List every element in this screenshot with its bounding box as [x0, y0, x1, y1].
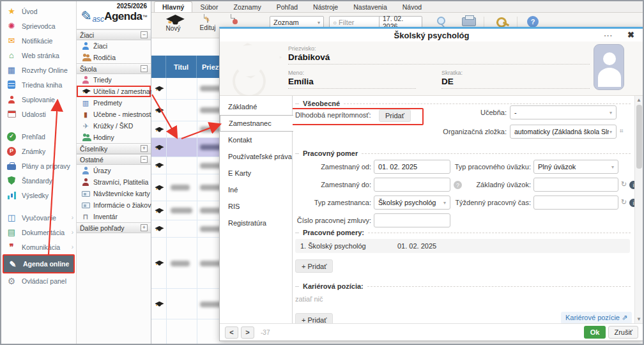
- tree-item-ucitelia-zamestnanci[interactable]: Učitelia / zamestnanci: [77, 86, 151, 97]
- sidebar-item-triedna-kniha[interactable]: Triedna kniha: [1, 77, 76, 92]
- sidebar-item-standardy[interactable]: Štandardy: [1, 173, 76, 188]
- org-detail-icon[interactable]: ⌗: [620, 127, 624, 135]
- tab-zamestnanec[interactable]: Zamestnanec: [220, 115, 293, 132]
- header-icon-col[interactable]: [151, 56, 166, 78]
- tab-kontakt[interactable]: Kontakt: [220, 132, 292, 148]
- sidebar-item-znamky[interactable]: PZnámky: [1, 144, 76, 158]
- expand-icon[interactable]: +: [141, 145, 148, 152]
- menu-nastavenia[interactable]: Nastavenia: [346, 1, 395, 12]
- tree-item-hodiny[interactable]: Hodiny: [77, 132, 151, 143]
- refresh-icon[interactable]: ↻: [621, 198, 627, 206]
- scroll-down-icon[interactable]: ▼: [635, 316, 643, 322]
- tree-item-rodicia[interactable]: Rodičia: [77, 52, 151, 63]
- collapse-icon[interactable]: −: [141, 31, 148, 38]
- scroll-thumb[interactable]: [636, 105, 642, 169]
- typ-zamestnanca-select[interactable]: Školský psychológ▾: [374, 195, 450, 210]
- collapse-icon[interactable]: −: [141, 156, 148, 163]
- tree-section-ciselniky[interactable]: Číselníky+: [77, 143, 151, 154]
- scroll-up-icon[interactable]: ▲: [635, 97, 643, 103]
- tab-ine[interactable]: Iné: [220, 181, 292, 198]
- agenda-tree-panel: 2025/2026 ✎ ascAgenda™ Žiaci− Žiaci Rodi…: [77, 1, 151, 344]
- ok-button[interactable]: Ok: [584, 326, 606, 339]
- org-zlozka-select[interactable]: automaticky (Základná škola Sln...▾: [510, 125, 617, 139]
- collapse-icon[interactable]: −: [141, 65, 148, 72]
- delete-button[interactable]: [220, 15, 249, 22]
- info-icon: i: [629, 181, 634, 189]
- tree-section-ostatne[interactable]: Ostatné−: [77, 154, 151, 165]
- tree-item-kruzky[interactable]: ✈Krúžky / ŠKD: [77, 120, 151, 132]
- zakladny-uvazok-input[interactable]: [533, 178, 618, 192]
- tree-item-inventar[interactable]: ⊓Inventár: [77, 211, 151, 222]
- new-button[interactable]: Nový: [159, 15, 187, 32]
- tab-zakladne[interactable]: Základné: [220, 98, 292, 115]
- tree-section-dalsie-pohlady[interactable]: Ďalšie pohľady+: [77, 222, 151, 233]
- sidebar-item-ovladaci-panel[interactable]: ⚙Ovládací panel: [1, 273, 76, 288]
- tree-item-navstevnicke-karty[interactable]: Návštevnícke karty: [77, 188, 151, 199]
- notebook-icon: ▥: [81, 99, 90, 107]
- prev-record-button[interactable]: <: [225, 326, 238, 339]
- avatar[interactable]: [594, 44, 624, 90]
- tab-e-karty[interactable]: E Karty: [220, 165, 292, 181]
- sidebar-item-sprievodca[interactable]: ✺Sprievodca: [1, 19, 76, 33]
- zamestnany-do-input[interactable]: [374, 178, 450, 192]
- menu-nastroje[interactable]: Nástroje: [305, 1, 346, 12]
- tree-item-triedy[interactable]: Triedy: [77, 74, 151, 86]
- menu-navod[interactable]: Návod: [395, 1, 429, 12]
- sidebar-item-prehlad[interactable]: ✓Prehľad: [1, 129, 76, 144]
- sidebar-item-dokumentacia[interactable]: ▤Dokumentácia›: [1, 225, 76, 240]
- meno-value[interactable]: Emília: [288, 76, 416, 89]
- cancel-button[interactable]: Zrušiť: [608, 326, 638, 339]
- priezvisko-value[interactable]: Drábiková: [288, 52, 590, 65]
- tree-item-ucebne[interactable]: ▮Učebne - miestnosti: [77, 109, 151, 120]
- tab-ris[interactable]: RIS: [220, 198, 292, 215]
- help-button[interactable]: ?: [523, 15, 542, 27]
- typ-uvazku-select[interactable]: Plný úväzok▾: [533, 160, 618, 174]
- sidebar-item-web-stranka[interactable]: ⌂Web stránka: [1, 48, 76, 63]
- tab-registratura[interactable]: Registratúra: [220, 215, 292, 231]
- password-button[interactable]: [493, 15, 512, 27]
- sidebar-item-udalosti[interactable]: Udalosti: [1, 107, 76, 121]
- tree-item-ziaci[interactable]: Žiaci: [77, 40, 151, 52]
- sidebar-item-rozvrhy-online[interactable]: ▦Rozvrhy Online: [1, 63, 76, 77]
- zamestnany-od-input[interactable]: 01. 02. 2025: [374, 160, 450, 174]
- kariera-add-button[interactable]: + Pridať: [295, 313, 333, 323]
- tree-item-predmety[interactable]: ▥Predmety: [77, 97, 151, 109]
- pomer-row[interactable]: 1. Školský psychológ 01. 02. 2025: [295, 239, 630, 253]
- print-button[interactable]: [459, 15, 479, 27]
- menu-hlavny[interactable]: Hlavný: [154, 1, 192, 12]
- tree-section-ziaci[interactable]: Žiaci−: [77, 29, 151, 40]
- tree-item-stravnici[interactable]: Stravníci, Platitelia: [77, 176, 151, 188]
- header-titul[interactable]: Titul: [166, 56, 197, 78]
- sidebar-item-suplovanie[interactable]: Suplovanie: [1, 92, 76, 107]
- menu-subor[interactable]: Súbor: [192, 1, 226, 12]
- star-icon: ★: [6, 7, 17, 16]
- tree-item-urazy[interactable]: Úrazy: [77, 165, 151, 176]
- cislo-zmluvy-input[interactable]: [374, 213, 450, 227]
- next-record-button[interactable]: >: [241, 326, 254, 339]
- tyzdenny-cas-input[interactable]: [533, 195, 618, 210]
- sidebar-item-plany[interactable]: Plány a prípravy: [1, 158, 76, 173]
- tab-pouzivatelske-prava[interactable]: Používateľské práva: [220, 148, 292, 165]
- sidebar-item-notifikacie[interactable]: ✉Notifikácie: [1, 33, 76, 48]
- sidebar-item-vyucovanie[interactable]: ◫Vyučovanie›: [1, 210, 76, 225]
- tree-section-skola[interactable]: Škola−: [77, 63, 151, 74]
- sidebar-item-vysledky[interactable]: Výsledky: [1, 188, 76, 203]
- dlhodoba-pridat-button[interactable]: Pridať: [379, 109, 411, 122]
- menu-pohlad[interactable]: Pohľad: [269, 1, 305, 12]
- sidebar-item-komunikacia[interactable]: ❞Komunikácia›: [1, 240, 76, 254]
- search-button[interactable]: [431, 15, 450, 28]
- edit-button[interactable]: ✎ Edituj: [194, 15, 222, 31]
- pomery-add-button[interactable]: + Pridať: [295, 259, 333, 273]
- skratka-value[interactable]: DE: [441, 76, 590, 89]
- ucebna-select[interactable]: -▾: [510, 105, 617, 119]
- dialog-options-icon[interactable]: ...: [604, 29, 613, 38]
- menu-zoznamy[interactable]: Zoznamy: [226, 1, 268, 12]
- karierove-pozicie-link[interactable]: Kariérové pozície ⇗: [561, 312, 632, 323]
- dialog-scrollbar[interactable]: ▲ ▼: [634, 96, 643, 323]
- expand-icon[interactable]: +: [141, 224, 148, 231]
- sidebar-item-uvod[interactable]: ★Úvod: [1, 4, 76, 19]
- tree-item-informacie-o-ziakovi[interactable]: Informácie o žiakovi: [77, 199, 151, 211]
- sidebar-item-agenda-online[interactable]: ✎Agenda online: [3, 254, 75, 273]
- refresh-icon[interactable]: ↻: [621, 180, 627, 188]
- close-icon[interactable]: ✖: [627, 30, 634, 40]
